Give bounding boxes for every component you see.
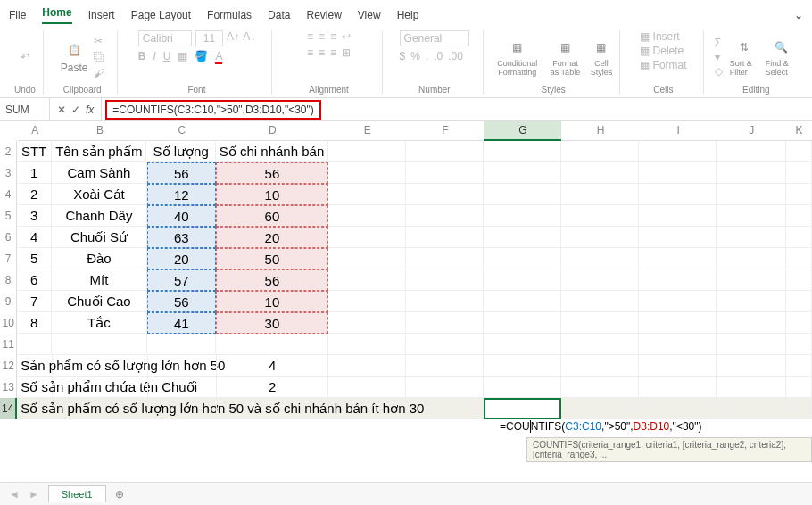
autosum-icon[interactable]: Σ xyxy=(715,37,723,49)
undo-icon[interactable]: ↶ xyxy=(21,51,29,63)
cell[interactable] xyxy=(484,377,561,398)
cell[interactable] xyxy=(406,205,484,227)
cell[interactable] xyxy=(717,248,785,269)
cell[interactable] xyxy=(717,398,785,419)
underline-icon[interactable]: U xyxy=(163,50,171,62)
menu-data[interactable]: Data xyxy=(268,9,290,21)
menu-page-layout[interactable]: Page Layout xyxy=(131,9,191,21)
cell[interactable] xyxy=(717,334,785,355)
cell[interactable] xyxy=(786,398,812,419)
cell[interactable] xyxy=(717,355,785,377)
cell[interactable] xyxy=(639,312,717,334)
name-box[interactable]: SUM xyxy=(0,98,50,120)
col-head-i[interactable]: I xyxy=(640,121,717,141)
italic-icon[interactable]: I xyxy=(153,50,155,62)
cell[interactable] xyxy=(484,205,561,227)
cell[interactable]: 2 xyxy=(217,377,329,398)
row-head[interactable]: 5 xyxy=(0,205,17,227)
cell[interactable] xyxy=(786,205,812,227)
cell[interactable]: 60 xyxy=(216,205,328,227)
cell[interactable] xyxy=(639,162,717,184)
col-head-d[interactable]: D xyxy=(217,121,329,141)
cell[interactable] xyxy=(561,334,639,355)
active-cell[interactable] xyxy=(484,398,561,419)
cell[interactable] xyxy=(148,377,217,398)
cell[interactable] xyxy=(484,334,561,355)
cell[interactable]: 56 xyxy=(147,291,217,312)
fill-color-icon[interactable]: 🪣 xyxy=(195,50,208,62)
cell[interactable]: 8 xyxy=(17,312,52,334)
cell[interactable]: Đào xyxy=(52,248,146,269)
insert-cells-button[interactable]: ▦ Insert xyxy=(640,30,679,43)
cell[interactable] xyxy=(406,162,484,184)
cell[interactable] xyxy=(484,291,561,312)
cell[interactable] xyxy=(406,141,484,162)
cell[interactable] xyxy=(717,269,785,291)
cell[interactable]: 1 xyxy=(17,162,52,184)
font-size-select[interactable]: 11 xyxy=(195,30,223,46)
cell[interactable] xyxy=(639,184,717,205)
paste-button[interactable]: 📋 Paste xyxy=(61,40,88,74)
cell[interactable]: 56 xyxy=(216,162,328,184)
cell[interactable] xyxy=(717,162,785,184)
enter-icon[interactable]: ✓ xyxy=(71,103,80,116)
add-sheet-icon[interactable]: ⊕ xyxy=(115,488,124,501)
cell[interactable] xyxy=(406,269,484,291)
row-head[interactable]: 13 xyxy=(0,377,17,398)
cell[interactable] xyxy=(328,334,406,355)
grow-font-icon[interactable]: A↑ xyxy=(227,30,239,46)
menu-formulas[interactable]: Formulas xyxy=(207,9,252,21)
row-head[interactable]: 7 xyxy=(0,248,17,269)
cell[interactable]: 50 xyxy=(216,248,328,269)
format-cells-button[interactable]: ▦ Format xyxy=(640,59,686,71)
cell[interactable]: 4 xyxy=(217,355,329,377)
formula-input[interactable]: =COUNTIFS(C3:C10,">50",D3:D10,"<30") xyxy=(105,100,320,120)
cell[interactable] xyxy=(717,141,785,162)
menu-help[interactable]: Help xyxy=(397,9,419,21)
cell[interactable]: 5 xyxy=(17,248,52,269)
cell[interactable] xyxy=(328,162,406,184)
cell[interactable] xyxy=(561,269,639,291)
cell[interactable]: 56 xyxy=(147,162,217,184)
cell[interactable] xyxy=(406,291,484,312)
cell[interactable] xyxy=(639,398,717,419)
cell[interactable] xyxy=(484,269,561,291)
ribbon-collapse-icon[interactable]: ⌄ xyxy=(794,9,803,21)
cell[interactable] xyxy=(717,227,785,248)
align-center-icon[interactable]: ≡ xyxy=(319,46,325,59)
align-left-icon[interactable]: ≡ xyxy=(307,46,313,59)
cell[interactable] xyxy=(328,184,406,205)
col-head-j[interactable]: J xyxy=(717,121,786,141)
row-head[interactable]: 2 xyxy=(0,141,17,162)
col-head-g[interactable]: G xyxy=(484,121,561,141)
cell[interactable] xyxy=(53,377,147,398)
menu-review[interactable]: Review xyxy=(306,9,341,21)
cell[interactable] xyxy=(17,334,52,355)
cell[interactable] xyxy=(328,141,406,162)
cell[interactable] xyxy=(561,205,639,227)
cell[interactable]: 10 xyxy=(216,291,328,312)
conditional-formatting-button[interactable]: ▦Conditional Formatting xyxy=(494,37,540,77)
cell[interactable] xyxy=(484,355,561,377)
cell[interactable] xyxy=(406,312,484,334)
cell[interactable] xyxy=(406,355,484,377)
cell[interactable] xyxy=(52,334,146,355)
cell[interactable]: 57 xyxy=(147,269,217,291)
cell[interactable] xyxy=(561,141,639,162)
align-mid-icon[interactable]: ≡ xyxy=(319,30,325,43)
cell[interactable] xyxy=(786,227,812,248)
cell[interactable] xyxy=(561,355,639,377)
align-right-icon[interactable]: ≡ xyxy=(330,46,336,59)
row-head[interactable]: 4 xyxy=(0,184,17,205)
cell[interactable]: Chuối Sứ xyxy=(52,227,146,248)
cell[interactable] xyxy=(406,377,484,398)
col-head-k[interactable]: K xyxy=(786,121,812,141)
cell[interactable] xyxy=(717,312,785,334)
row-head[interactable]: 11 xyxy=(0,334,17,355)
cell[interactable] xyxy=(786,162,812,184)
format-as-table-button[interactable]: ▦Format as Table xyxy=(549,37,581,77)
cell[interactable] xyxy=(639,227,717,248)
cell[interactable]: Số chi nhánh bán xyxy=(216,141,328,162)
cell[interactable]: 10 xyxy=(216,184,328,205)
find-select-button[interactable]: 🔍Find & Select xyxy=(766,37,798,77)
